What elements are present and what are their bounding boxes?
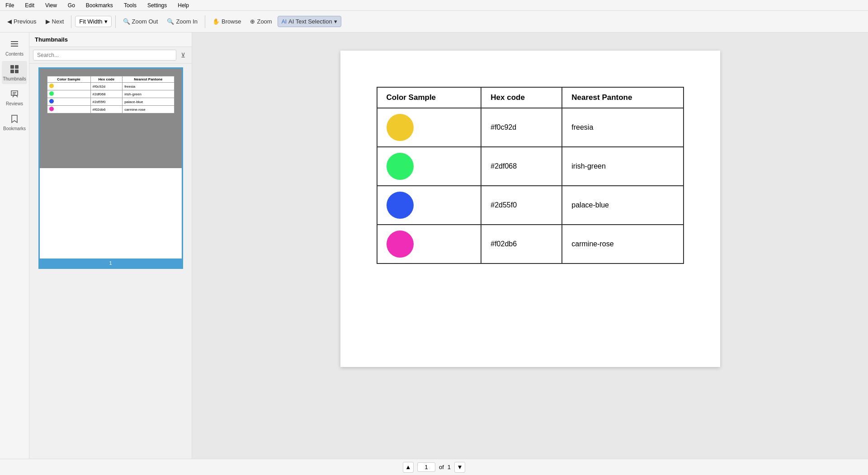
zoom-in-label: Zoom In	[176, 18, 198, 25]
page-of-label: of	[439, 464, 444, 470]
main-layout: Contents Thumbnails Reviews Bookmarks Th…	[0, 33, 868, 459]
sidebar-item-reviews[interactable]: Reviews	[2, 86, 27, 109]
svg-rect-6	[15, 70, 19, 73]
menu-settings[interactable]: Settings	[146, 1, 169, 9]
thumbnail-image: Color Sample Hex code Nearest Pantone #f…	[40, 69, 182, 168]
zoom-out-icon: 🔍	[123, 18, 130, 25]
color-cell-1	[377, 147, 481, 186]
color-circle-blue	[387, 192, 414, 219]
hex-cell-0: #f0c92d	[481, 108, 562, 147]
text-selection-label: AI Text Selection	[288, 18, 332, 25]
menu-view[interactable]: View	[43, 1, 59, 9]
col-header-color-sample: Color Sample	[377, 87, 481, 108]
hand-icon: ✋	[212, 18, 220, 25]
page-total-label: 1	[448, 464, 451, 470]
menu-go[interactable]: Go	[66, 1, 77, 9]
zoom-label: Zoom	[257, 18, 272, 25]
prev-page-icon: ▲	[405, 464, 411, 470]
color-cell-2	[377, 186, 481, 225]
pdf-page: Color Sample Hex code Nearest Pantone #f…	[340, 51, 720, 367]
magnify-icon: ⊕	[250, 18, 255, 25]
browse-button[interactable]: ✋ Browse	[209, 16, 245, 27]
previous-button[interactable]: ◀ Previous	[4, 16, 40, 27]
content-area: Color Sample Hex code Nearest Pantone #f…	[192, 33, 868, 459]
sidebar-thumbnails-label: Thumbnails	[3, 76, 26, 81]
sidebar: Contents Thumbnails Reviews Bookmarks	[0, 33, 29, 459]
text-selection-button[interactable]: AI AI Text Selection ▾	[278, 16, 341, 27]
thumbnail-table: Color Sample Hex code Nearest Pantone #f…	[47, 76, 175, 113]
zoom-in-button[interactable]: 🔍 Zoom In	[163, 16, 201, 27]
contents-icon	[9, 39, 20, 50]
prev-page-button[interactable]: ▲	[403, 462, 414, 473]
bookmarks-icon	[9, 113, 20, 124]
menu-help[interactable]: Help	[176, 1, 191, 9]
chevron-right-icon: ▶	[46, 18, 50, 25]
thumbnails-panel: Thumbnails ⊻ Color Sample Hex code Neare…	[29, 33, 192, 459]
next-page-icon: ▼	[457, 464, 462, 470]
table-row: #2df068 irish-green	[377, 147, 684, 186]
pantone-cell-0: freesia	[562, 108, 683, 147]
pantone-cell-1: irish-green	[562, 147, 683, 186]
thumbnails-title: Thumbnails	[29, 33, 192, 47]
ai-icon: AI	[282, 19, 287, 25]
svg-rect-3	[10, 65, 14, 69]
separator-3	[205, 15, 205, 28]
thumbnails-icon	[9, 64, 20, 75]
thumbnail-page-number: 1	[40, 259, 182, 268]
sidebar-reviews-label: Reviews	[6, 101, 23, 106]
hex-cell-1: #2df068	[481, 147, 562, 186]
separator-2	[115, 15, 116, 28]
sidebar-item-bookmarks[interactable]: Bookmarks	[2, 111, 27, 134]
toolbar: ◀ Previous ▶ Next Fit Width ▾ 🔍 Zoom Out…	[0, 11, 868, 33]
col-header-pantone: Nearest Pantone	[562, 87, 683, 108]
next-page-button[interactable]: ▼	[454, 462, 465, 473]
separator-1	[71, 15, 71, 28]
zoom-in-icon: 🔍	[167, 18, 174, 25]
zoom-button[interactable]: ⊕ Zoom	[246, 16, 275, 27]
menu-bookmarks[interactable]: Bookmarks	[84, 1, 115, 9]
sidebar-item-contents[interactable]: Contents	[2, 36, 27, 59]
color-circle-yellow	[387, 114, 414, 141]
color-cell-0	[377, 108, 481, 147]
thumbnails-content: Color Sample Hex code Nearest Pantone #f…	[29, 64, 192, 459]
zoom-out-label: Zoom Out	[132, 18, 158, 25]
browse-label: Browse	[222, 18, 241, 25]
hex-cell-3: #f02db6	[481, 225, 562, 263]
chevron-down-icon: ▾	[104, 18, 108, 25]
chevron-left-icon: ◀	[7, 18, 12, 25]
table-row: #2d55f0 palace-blue	[377, 186, 684, 225]
hex-cell-2: #2d55f0	[481, 186, 562, 225]
table-row: #f0c92d freesia	[377, 108, 684, 147]
next-label: Next	[52, 18, 64, 25]
fit-width-label: Fit Width	[79, 18, 102, 25]
dropdown-arrow-icon: ▾	[334, 18, 337, 25]
sidebar-item-thumbnails[interactable]: Thumbnails	[2, 61, 27, 84]
fit-width-dropdown[interactable]: Fit Width ▾	[75, 16, 111, 27]
svg-rect-5	[10, 70, 14, 73]
color-table: Color Sample Hex code Nearest Pantone #f…	[377, 87, 684, 264]
thumbnails-search-row: ⊻	[29, 47, 192, 64]
color-circle-green	[387, 153, 414, 180]
sidebar-bookmarks-label: Bookmarks	[3, 126, 26, 131]
previous-label: Previous	[14, 18, 37, 25]
search-input[interactable]	[33, 50, 176, 61]
col-header-hex-code: Hex code	[481, 87, 562, 108]
next-button[interactable]: ▶ Next	[42, 16, 68, 27]
sidebar-contents-label: Contents	[5, 52, 24, 56]
color-cell-3	[377, 225, 481, 263]
thumbnail-white-area	[40, 168, 182, 259]
filter-button[interactable]: ⊻	[178, 50, 188, 61]
menu-tools[interactable]: Tools	[122, 1, 138, 9]
menu-edit[interactable]: Edit	[23, 1, 36, 9]
svg-rect-4	[15, 65, 19, 69]
page-number-input[interactable]	[417, 462, 435, 472]
menu-bar: File Edit View Go Bookmarks Tools Settin…	[0, 0, 868, 11]
zoom-out-button[interactable]: 🔍 Zoom Out	[119, 16, 162, 27]
thumbnail-page-1[interactable]: Color Sample Hex code Nearest Pantone #f…	[38, 67, 183, 269]
table-row: #f02db6 carmine-rose	[377, 225, 684, 263]
filter-icon: ⊻	[181, 52, 185, 59]
bottom-bar: ▲ of 1 ▼	[0, 459, 868, 475]
reviews-icon	[9, 89, 20, 99]
menu-file[interactable]: File	[4, 1, 16, 9]
color-circle-pink	[387, 230, 414, 258]
